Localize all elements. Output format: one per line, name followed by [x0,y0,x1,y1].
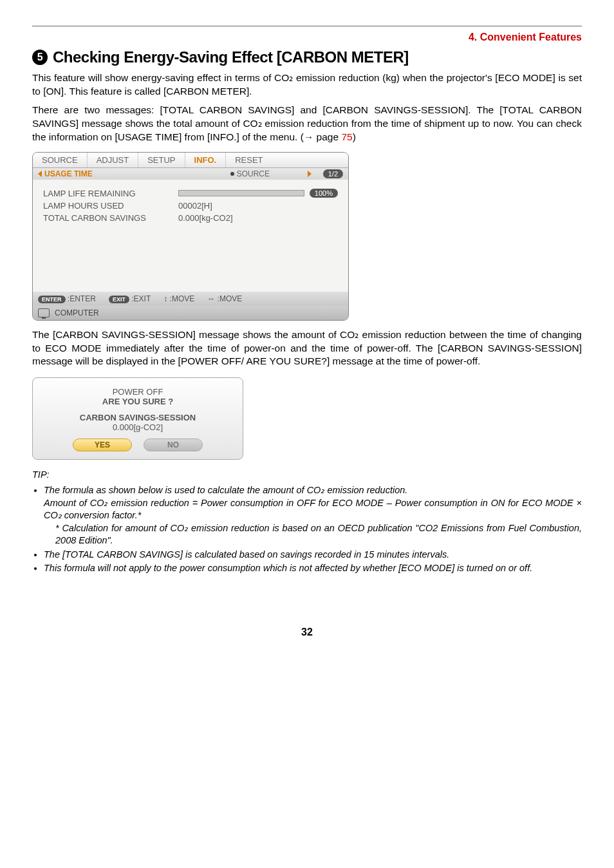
tip-heading: TIP: [32,469,582,482]
power-off-dialog: POWER OFF ARE YOU SURE ? CARBON SAVINGS-… [32,377,243,460]
tip-bullet-1: The formula as shown below is used to ca… [44,484,582,547]
tab-info[interactable]: INFO. [185,153,227,167]
paragraph-3: The [CARBON SAVINGS-SESSION] message sho… [32,328,582,369]
label-carbon-savings: TOTAL CARBON SAVINGS [43,213,178,223]
osd-footer-1: ENTER :ENTER EXIT :EXIT ↕ :MOVE ↔ :MOVE [33,292,348,306]
chevron-left-icon[interactable] [38,171,42,177]
osd-tabs: SOURCE ADJUST SETUP INFO. RESET [33,153,348,168]
monitor-icon [38,308,50,317]
title-text: Checking Energy-Saving Effect [CARBON ME… [53,48,409,66]
tip-bullet-3: This formula will not apply to the power… [44,562,582,575]
dialog-line-3: CARBON SAVINGS-SESSION [44,413,231,422]
subtab-next-label: SOURCE [237,169,270,178]
footer-source-label: COMPUTER [55,308,99,317]
yes-button[interactable]: YES [73,439,132,451]
label-lamp-hours: LAMP HOURS USED [43,201,178,211]
osd-subtabs: USAGE TIME SOURCE 1/2 [33,168,348,180]
osd-menu: SOURCE ADJUST SETUP INFO. RESET USAGE TI… [32,152,349,321]
page-title: 5 Checking Energy-Saving Effect [CARBON … [32,48,582,66]
intro-paragraph-2: There are two messages: [TOTAL CARBON SA… [32,104,582,144]
dialog-line-1: POWER OFF [44,387,231,397]
exit-pill-icon: EXIT [109,296,129,303]
page-number: 32 [32,627,582,638]
page-reference-link[interactable]: 75 [341,131,352,142]
chevron-right-icon[interactable] [308,171,312,177]
subtab-usage-time[interactable]: USAGE TIME [38,169,230,178]
osd-body: LAMP LIFE REMAINING 100% LAMP HOURS USED… [33,180,348,292]
subtab-source[interactable]: SOURCE [230,169,308,178]
tab-reset[interactable]: RESET [226,153,272,167]
progress-bar [178,190,304,196]
dot-icon [230,172,234,176]
dialog-line-2: ARE YOU SURE ? [44,397,231,406]
progress-badge: 100% [310,189,338,198]
osd-footer-2: COMPUTER [33,306,348,320]
no-button[interactable]: NO [144,439,203,451]
row-lamp-life: LAMP LIFE REMAINING 100% [43,189,338,198]
value-lamp-hours: 00002[H] [178,201,338,211]
tip-b1a: Amount of CO₂ emission reduction = Power… [44,497,582,522]
footer-enter: ENTER :ENTER [38,294,96,303]
header-rule: 4. Convenient Features [32,26,582,43]
footer-move-2: ↔ :MOVE [207,294,242,303]
step-number-icon: 5 [32,50,48,65]
dialog-line-4: 0.000[g-CO2] [44,422,231,432]
tip-b1b: * Calculation for amount of CO₂ emission… [55,522,582,547]
footer-exit: EXIT :EXIT [109,294,151,303]
enter-pill-icon: ENTER [38,296,66,303]
subtab-active-label: USAGE TIME [44,169,93,178]
intro-paragraph-1: This feature will show energy-saving eff… [32,71,582,99]
exit-label: :EXIT [131,294,151,303]
row-carbon-savings: TOTAL CARBON SAVINGS 0.000[kg-CO2] [43,213,338,223]
page-indicator: 1/2 [323,169,343,178]
enter-label: :ENTER [68,294,96,303]
tip-bullet-2: The [TOTAL CARBON SAVINGS] is calculated… [44,549,582,561]
tip-b1-text: The formula as shown below is used to ca… [44,485,407,495]
tab-setup[interactable]: SETUP [138,153,185,167]
tip-block: TIP: The formula as shown below is used … [32,469,582,575]
value-carbon-savings: 0.000[kg-CO2] [178,213,338,223]
footer-move-1: ↕ :MOVE [163,294,194,303]
dialog-buttons: YES NO [44,439,231,451]
tab-source[interactable]: SOURCE [33,153,88,167]
label-lamp-life: LAMP LIFE REMAINING [43,189,178,198]
row-lamp-hours: LAMP HOURS USED 00002[H] [43,201,338,211]
para2-text-a: There are two messages: [TOTAL CARBON SA… [32,104,582,142]
para2-text-b: ) [353,131,356,142]
section-header: 4. Convenient Features [32,32,582,43]
tab-adjust[interactable]: ADJUST [88,153,139,167]
